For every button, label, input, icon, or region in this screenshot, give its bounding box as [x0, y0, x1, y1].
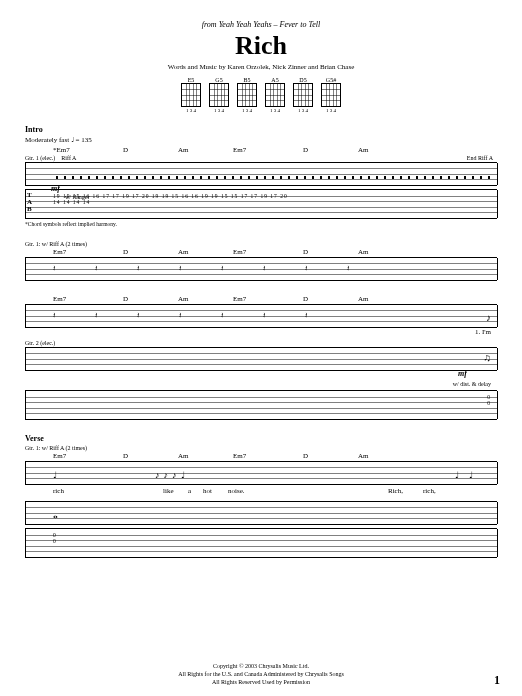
chord: D [123, 452, 178, 460]
staff-s3a: 𝄽 𝄽 𝄽 𝄽 𝄽 𝄽 𝄽 ♪ [25, 304, 497, 328]
chord: Em7 [233, 452, 303, 460]
note-icon: ♪ [486, 312, 491, 323]
tab-verse: 00 [25, 528, 497, 558]
chord: Em7 [233, 146, 303, 154]
chord: Em7 [233, 295, 303, 303]
chord-diagram: E51 3 4 [181, 77, 201, 113]
chord: *Em7 [53, 146, 123, 154]
lyric: a [188, 487, 203, 495]
page-number: 1 [494, 673, 500, 688]
tab-end: 00 [487, 394, 491, 406]
chord-diagrams: E51 3 4G51 3 4B51 3 4A51 3 4D51 3 4G5#1 … [25, 77, 497, 113]
fret-nums: 1 3 4 [298, 108, 308, 113]
fret-nums: 1 3 4 [186, 108, 196, 113]
effect2: w/ dist. & delay [25, 381, 497, 387]
chord: Em7 [53, 295, 123, 303]
chord: Am [358, 146, 413, 154]
header: from Yeah Yeah Yeahs – Fever to Tell Ric… [25, 20, 497, 113]
chord-diagram: G5#1 3 4 [321, 77, 341, 113]
tab-s3: 00 [25, 390, 497, 420]
fret-grid-icon [293, 83, 313, 107]
staff-verse-vox: ♩ ♪♪♪♩ ♩ ♩ [25, 461, 497, 485]
chord: D [303, 295, 358, 303]
chord-row-s2: Em7 D Am Em7 D Am [25, 248, 497, 256]
notes-icon [53, 165, 493, 183]
copyright-line2: All Rights for the U.S. and Canada Admin… [0, 670, 522, 678]
tab-line2: 14 14 14 14 [53, 199, 90, 205]
chord: D [303, 146, 358, 154]
source-line: from Yeah Yeah Yeahs – Fever to Tell [25, 20, 497, 29]
credits: Words and Music by Karen Orzolek, Nick Z… [25, 63, 497, 71]
chord: Am [178, 452, 233, 460]
copyright-line1: Copyright © 2003 Chrysalis Music Ltd. [0, 662, 522, 670]
lyric [338, 487, 388, 495]
gtr-label-s2: Gtr. 1: w/ Riff A (2 times) [25, 241, 497, 247]
lyric [123, 487, 163, 495]
note-icon: ♩ ♩ [455, 470, 477, 480]
gtr1-label: Gtr. 1 (elec.) Riff A [25, 155, 497, 161]
chord: Am [358, 295, 413, 303]
staff-s3b: ♫ [25, 347, 497, 371]
copyright-footer: Copyright © 2003 Chrysalis Music Ltd. Al… [0, 662, 522, 686]
note-icon: ♪♪♪♩ [155, 470, 189, 480]
fret-grid-icon [237, 83, 257, 107]
fret-grid-icon [321, 83, 341, 107]
end-riff-label: End Riff A [467, 155, 493, 161]
chord: D [123, 248, 178, 256]
lyric: hot [203, 487, 228, 495]
lyric: Rich, [388, 487, 423, 495]
riff-label: Riff A [61, 155, 76, 161]
fret-nums: 1 3 4 [242, 108, 252, 113]
chord-diagram: A51 3 4 [265, 77, 285, 113]
staff-intro: End Riff A [25, 162, 497, 186]
chord-row-verse: Em7 D Am Em7 D Am [25, 452, 497, 460]
system-3: Em7 D Am Em7 D Am 𝄽 𝄽 𝄽 𝄽 𝄽 𝄽 𝄽 ♪ 1. I'm… [25, 295, 497, 420]
tab-verse-num: 00 [53, 532, 57, 544]
chord: Am [178, 295, 233, 303]
lyric [288, 487, 338, 495]
chord: Am [358, 452, 413, 460]
chord-footnote: *Chord symbols reflect implied harmony. [25, 221, 497, 227]
source-album: Fever to Tell [280, 20, 321, 29]
note-icon: ♩ [53, 470, 57, 480]
lyric-pickup: 1. I'm [25, 328, 497, 336]
gtr-label-verse: Gtr. 1: w/ Riff A (2 times) [25, 445, 497, 451]
fret-nums: 1 3 4 [270, 108, 280, 113]
tempo: Moderately fast ♩ = 135 [25, 136, 497, 144]
chord: D [123, 295, 178, 303]
chord: Em7 [233, 248, 303, 256]
chord: Em7 [53, 452, 123, 460]
chord: D [303, 248, 358, 256]
tab-clef: TAB [27, 192, 32, 213]
tab-intro: TAB 19 19 15 16 16 17 17 19 17 20 19 19 … [25, 189, 497, 219]
section-verse: Verse [25, 434, 497, 443]
fret-grid-icon [209, 83, 229, 107]
lyric: rich, [423, 487, 453, 495]
lyric: like [163, 487, 188, 495]
lyrics-row: rich like a hot noise. Rich, rich, [25, 487, 497, 495]
fret-nums: 1 3 4 [214, 108, 224, 113]
song-title: Rich [25, 31, 497, 61]
gtr2-label: Gtr. 2 (elec.) [25, 340, 497, 346]
system-intro: *Em7 D Am Em7 D Am Gtr. 1 (elec.) Riff A… [25, 146, 497, 227]
lyric: noise. [228, 487, 288, 495]
chord-row-intro: *Em7 D Am Em7 D Am [25, 146, 497, 154]
note-icon: ♫ [484, 352, 492, 363]
chord: D [303, 452, 358, 460]
system-verse: Gtr. 1: w/ Riff A (2 times) Em7 D Am Em7… [25, 445, 497, 558]
chord: Am [358, 248, 413, 256]
lyric: rich [53, 487, 123, 495]
staff-verse-gtr2: 𝅝 [25, 501, 497, 525]
chord-row-s3: Em7 D Am Em7 D Am [25, 295, 497, 303]
chord: D [123, 146, 178, 154]
chord-diagram: B51 3 4 [237, 77, 257, 113]
chord: Am [178, 248, 233, 256]
rests-icon: 𝄽 𝄽 𝄽 𝄽 𝄽 𝄽 𝄽 𝄽 [53, 264, 493, 274]
chord-diagram: G51 3 4 [209, 77, 229, 113]
chord: Em7 [53, 248, 123, 256]
dynamic-mf2: mf [458, 369, 467, 378]
section-intro: Intro [25, 125, 497, 134]
rests-icon: 𝄽 𝄽 𝄽 𝄽 𝄽 𝄽 𝄽 [53, 311, 493, 321]
fret-nums: 1 3 4 [326, 108, 336, 113]
gtr-label-text: Gtr. 1 (elec.) [25, 155, 55, 161]
